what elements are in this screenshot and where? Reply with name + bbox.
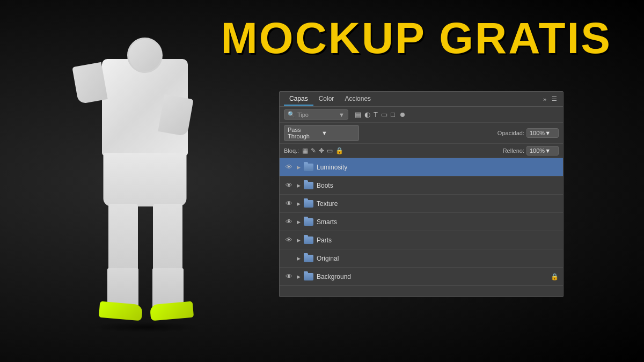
tab-color[interactable]: Color	[313, 93, 340, 106]
fill-chevron-icon: ▼	[545, 147, 555, 154]
panel-footer	[280, 286, 563, 297]
layer-name-texture: Texture	[317, 200, 559, 208]
expand-arrow-background[interactable]: ▶	[297, 274, 301, 279]
lock-position-icon[interactable]: ✥	[319, 147, 324, 154]
layers-list: 👁 ▶ Luminosity 👁 ▶ Boots 👁 ▶ Texture 👁 ▶…	[280, 158, 563, 286]
panel-tabs: Capas Color Acciones » ☰	[280, 92, 563, 107]
lock-badge-background: 🔒	[551, 273, 559, 280]
lock-toolbar: Bloq.: ▦ ✎ ✥ ▭ 🔒 Relleno: 100% ▼	[280, 144, 563, 158]
folder-icon-boots	[304, 182, 313, 189]
visibility-icon-boots[interactable]: 👁	[284, 182, 294, 189]
adjustment-filter-icon[interactable]: ◐	[364, 110, 370, 119]
visibility-empty-original[interactable]	[284, 255, 294, 262]
layer-name-boots: Boots	[317, 182, 559, 189]
shoe-left	[99, 301, 143, 321]
fill-value-display: 100%	[530, 147, 545, 154]
opacity-value-display: 100%	[530, 130, 545, 136]
shirt	[102, 59, 188, 156]
lock-all-icon[interactable]: 🔒	[335, 147, 343, 154]
layers-panel: Capas Color Acciones » ☰ 🔍 Tipo ▼ ▤ ◐ T …	[279, 91, 564, 297]
search-icon: 🔍	[288, 111, 295, 118]
shorts	[104, 153, 187, 206]
lock-artboard-icon[interactable]: ▭	[327, 147, 333, 154]
layer-background[interactable]: 👁 ▶ Background 🔒	[280, 268, 563, 286]
figure-shadow	[91, 322, 199, 333]
blend-mode-select[interactable]: Pass Through ▼	[284, 125, 359, 141]
lock-transparent-icon[interactable]: ▦	[302, 147, 308, 154]
type-filter-icon[interactable]: T	[374, 110, 378, 119]
sleeve-right	[158, 94, 193, 136]
tab-capas[interactable]: Capas	[284, 93, 313, 106]
opacity-group: Opacidad: 100% ▼	[497, 128, 559, 138]
expand-arrow-texture[interactable]: ▶	[297, 201, 301, 206]
visibility-icon-background[interactable]: 👁	[284, 273, 294, 280]
layer-name-original: Original	[317, 255, 559, 262]
folder-icon-smarts	[304, 218, 313, 226]
shape-filter-icon[interactable]: ▭	[381, 110, 387, 119]
blend-mode-value: Pass Through	[288, 127, 321, 139]
layer-original[interactable]: ▶ Original	[280, 249, 563, 268]
layer-boots[interactable]: 👁 ▶ Boots	[280, 176, 563, 195]
visibility-icon-texture[interactable]: 👁	[284, 200, 294, 208]
layer-smarts[interactable]: 👁 ▶ Smarts	[280, 213, 563, 231]
lock-icons: ▦ ✎ ✥ ▭ 🔒	[302, 147, 343, 154]
visibility-icon-luminosity[interactable]: 👁	[284, 164, 294, 171]
filter-icons: ▤ ◐ T ▭ □	[355, 110, 405, 119]
layer-name-background: Background	[317, 273, 547, 280]
layer-name-parts: Parts	[317, 237, 559, 244]
folder-icon-texture	[304, 200, 313, 208]
blend-chevron-icon: ▼	[321, 130, 355, 136]
opacity-chevron-icon: ▼	[545, 130, 555, 136]
soccer-figure	[75, 27, 215, 338]
pixel-filter-icon[interactable]: ▤	[355, 110, 361, 119]
folder-icon-parts	[304, 237, 313, 244]
layer-name-luminosity: Luminosity	[317, 164, 559, 171]
filter-toolbar: 🔍 Tipo ▼ ▤ ◐ T ▭ □	[280, 107, 563, 123]
type-filter[interactable]: 🔍 Tipo ▼	[284, 109, 348, 120]
visibility-icon-parts[interactable]: 👁	[284, 237, 294, 244]
fill-label: Relleno:	[503, 147, 524, 154]
bloq-label: Bloq.:	[284, 147, 299, 154]
opacity-input[interactable]: 100% ▼	[526, 128, 559, 138]
shoe-right	[150, 301, 194, 321]
expand-arrow-original[interactable]: ▶	[297, 256, 301, 261]
opacity-label: Opacidad:	[497, 130, 524, 136]
expand-arrow-parts[interactable]: ▶	[297, 238, 301, 243]
menu-icon[interactable]: ☰	[550, 94, 559, 104]
type-filter-label: Tipo	[297, 112, 309, 118]
figure-area	[43, 11, 247, 354]
layer-name-smarts: Smarts	[317, 218, 559, 226]
tab-acciones[interactable]: Acciones	[339, 93, 376, 106]
visibility-icon-smarts[interactable]: 👁	[284, 218, 294, 226]
lock-pixels-icon[interactable]: ✎	[311, 147, 316, 154]
blend-toolbar: Pass Through ▼ Opacidad: 100% ▼	[280, 123, 563, 144]
expand-arrow-boots[interactable]: ▶	[297, 183, 301, 188]
layer-texture[interactable]: 👁 ▶ Texture	[280, 195, 563, 213]
folder-icon-original	[304, 255, 313, 262]
layer-parts[interactable]: 👁 ▶ Parts	[280, 231, 563, 249]
panel-header-icons: » ☰	[541, 94, 559, 104]
smart-filter-icon[interactable]: □	[391, 110, 395, 119]
layer-luminosity[interactable]: 👁 ▶ Luminosity	[280, 158, 563, 176]
expand-arrow-luminosity[interactable]: ▶	[297, 165, 301, 170]
expand-arrow-smarts[interactable]: ▶	[297, 219, 301, 225]
page-title: MOCKUP GRATIS	[221, 16, 612, 60]
filter-toggle[interactable]	[400, 113, 405, 117]
expand-icon[interactable]: »	[541, 95, 548, 104]
folder-icon-luminosity	[304, 164, 313, 171]
fill-group: Relleno: 100% ▼	[503, 146, 559, 156]
folder-icon-background	[304, 273, 313, 280]
fill-input[interactable]: 100% ▼	[526, 146, 559, 156]
chevron-down-icon: ▼	[339, 112, 345, 118]
